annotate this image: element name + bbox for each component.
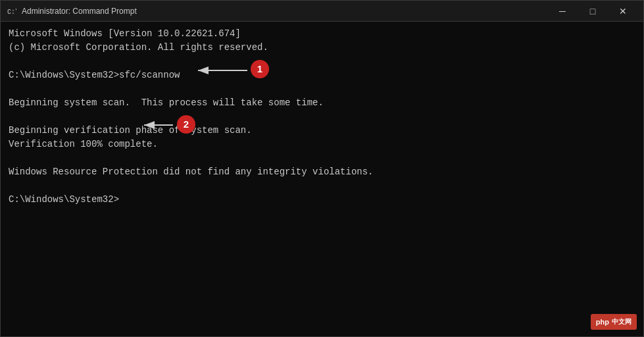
cmd-window: C:\ Administrator: Command Prompt ─ □ ✕ … [0, 0, 644, 337]
watermark-lang: 中文网 [612, 317, 632, 326]
cmd-icon: C:\ [6, 6, 16, 16]
annotation-badge-1: 1 [251, 60, 269, 78]
maximize-button[interactable]: □ [578, 1, 608, 22]
window-controls: ─ □ ✕ [547, 1, 638, 22]
annotations-svg [1, 22, 643, 336]
minimize-button[interactable]: ─ [547, 1, 578, 22]
console-area: Microsoft Windows [Version 10.0.22621.67… [1, 22, 643, 336]
window-title: Administrator: Command Prompt [22, 7, 547, 16]
annotation-badge-2: 2 [177, 115, 195, 134]
php-watermark: php 中文网 [591, 314, 637, 330]
svg-text:C:\: C:\ [7, 9, 16, 16]
title-bar: C:\ Administrator: Command Prompt ─ □ ✕ [1, 1, 643, 22]
close-button[interactable]: ✕ [608, 1, 638, 22]
watermark-brand: php [596, 317, 609, 328]
